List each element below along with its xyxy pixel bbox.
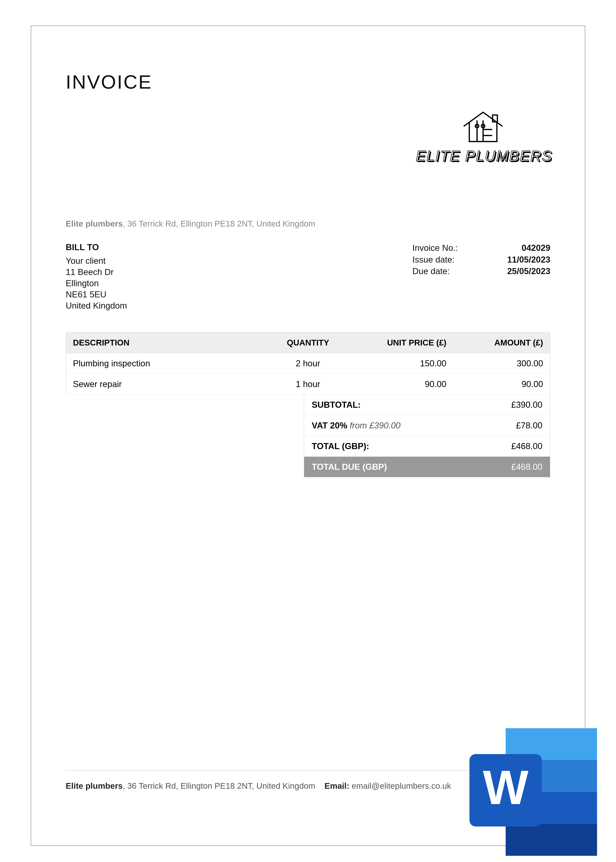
due-date-value: 25/05/2023: [507, 265, 550, 277]
house-pipes-icon: [460, 109, 506, 143]
cell-amount: 300.00: [453, 353, 550, 374]
vat-value: £78.00: [516, 421, 542, 430]
bill-to-heading: BILL TO: [66, 242, 127, 252]
invoice-no-value: 042029: [522, 242, 550, 254]
line-items-table: DESCRIPTION QUANTITY UNIT PRICE (£) AMOU…: [66, 332, 550, 395]
footer-company: Elite plumbers: [66, 781, 123, 790]
bill-to-block: BILL TO Your client 11 Beech Dr Ellingto…: [66, 242, 127, 311]
seller-address-line: Elite plumbers, 36 Terrick Rd, Ellington…: [66, 219, 550, 228]
svg-text:W: W: [483, 760, 529, 814]
company-logo: ELITE PLUMBERS: [416, 109, 550, 165]
subtotal-value: £390.00: [511, 400, 542, 410]
seller-name: Elite plumbers: [66, 219, 123, 228]
col-unit-price: UNIT PRICE (£): [356, 332, 453, 353]
cell-unit: 90.00: [356, 374, 453, 394]
totals-box: SUBTOTAL: £390.00 VAT 20% from £390.00 £…: [304, 395, 550, 477]
cell-qty: 1 hour: [260, 374, 357, 394]
client-postcode: NE61 5EU: [66, 289, 127, 300]
total-value: £468.00: [511, 441, 542, 451]
footer-email: email@eliteplumbers.co.uk: [349, 781, 451, 790]
client-name: Your client: [66, 255, 127, 267]
ms-word-icon: W: [462, 728, 597, 856]
client-country: United Kingdom: [66, 300, 127, 311]
cell-unit: 150.00: [356, 353, 453, 374]
page-title: INVOICE: [66, 71, 550, 93]
issue-date-label: Issue date:: [412, 254, 455, 266]
client-street: 11 Beech Dr: [66, 267, 127, 278]
cell-desc: Sewer repair: [66, 374, 260, 394]
vat-from: from £390.00: [347, 421, 401, 430]
issue-date-value: 11/05/2023: [507, 254, 550, 266]
vat-label: VAT 20% from £390.00: [312, 421, 401, 430]
col-description: DESCRIPTION: [66, 332, 260, 353]
cell-desc: Plumbing inspection: [66, 353, 260, 374]
footer-email-label: Email:: [324, 781, 349, 790]
cell-qty: 2 hour: [260, 353, 357, 374]
total-label: TOTAL (GBP):: [312, 441, 369, 451]
subtotal-label: SUBTOTAL:: [312, 400, 361, 410]
col-quantity: QUANTITY: [260, 332, 357, 353]
table-row: Sewer repair 1 hour 90.00 90.00: [66, 374, 550, 394]
total-due-value: £468.00: [511, 462, 542, 472]
col-amount: AMOUNT (£): [453, 332, 550, 353]
logo-text: ELITE PLUMBERS: [416, 148, 550, 165]
footer-address: , 36 Terrick Rd, Ellington PE18 2NT, Uni…: [123, 781, 315, 790]
invoice-document: INVOICE ELITE PLUMBERS Elite plumbers, 3…: [31, 25, 585, 846]
seller-address: , 36 Terrick Rd, Ellington PE18 2NT, Uni…: [123, 219, 315, 228]
table-row: Plumbing inspection 2 hour 150.00 300.00: [66, 353, 550, 374]
invoice-meta: Invoice No.: 042029 Issue date: 11/05/20…: [412, 242, 550, 311]
client-city: Ellington: [66, 278, 127, 289]
invoice-no-label: Invoice No.:: [412, 242, 458, 254]
cell-amount: 90.00: [453, 374, 550, 394]
svg-rect-13: [506, 824, 597, 856]
due-date-label: Due date:: [412, 265, 450, 277]
table-header-row: DESCRIPTION QUANTITY UNIT PRICE (£) AMOU…: [66, 332, 550, 353]
total-due-label: TOTAL DUE (GBP): [312, 462, 387, 472]
